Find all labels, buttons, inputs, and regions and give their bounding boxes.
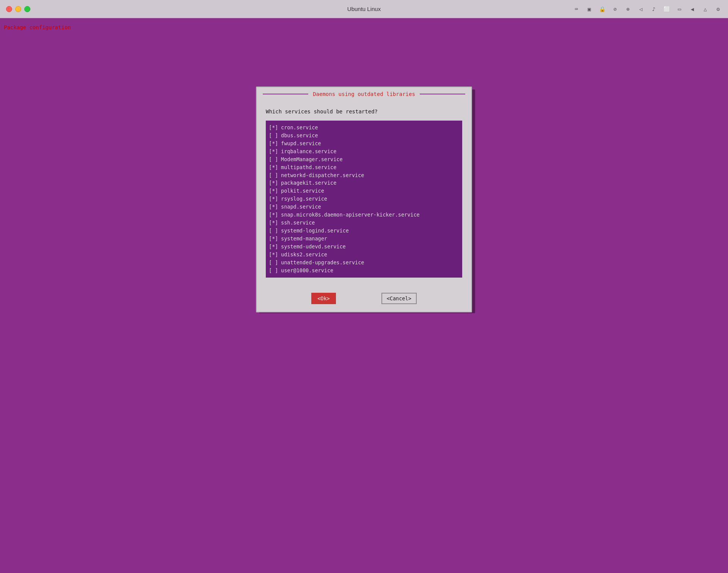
cancel-button[interactable]: <Cancel>	[381, 293, 417, 304]
dialog-box: Daemons using outdated libraries Which s…	[256, 86, 472, 312]
keyboard-icon: ⌨	[573, 5, 580, 13]
service-name: ModemManager.service	[281, 155, 343, 163]
list-item[interactable]: [*]systemd-udevd.service	[269, 243, 459, 251]
service-name: systemd-manager	[281, 235, 327, 243]
service-checkbox[interactable]: [*]	[269, 243, 279, 251]
service-name: user@1000.service	[281, 267, 333, 275]
list-item[interactable]: [*]irqbalance.service	[269, 148, 459, 155]
service-name: rsyslog.service	[281, 195, 327, 203]
service-name: ssh.service	[281, 219, 315, 227]
terminal-area: Package configuration Daemons using outd…	[0, 18, 728, 573]
list-item[interactable]: [*]polkit.service	[269, 187, 459, 195]
service-checkbox[interactable]: [ ]	[269, 227, 279, 235]
window-title: Ubuntu Linux	[347, 6, 381, 12]
ok-button[interactable]: <Ok>	[311, 293, 336, 304]
service-name: systemd-logind.service	[281, 227, 349, 235]
list-item[interactable]: [*]ssh.service	[269, 219, 459, 227]
service-name: systemd-udevd.service	[281, 243, 346, 251]
list-item[interactable]: [*]packagekit.service	[269, 179, 459, 187]
list-item[interactable]: [*]systemd-manager	[269, 235, 459, 243]
service-checkbox[interactable]: [*]	[269, 251, 279, 259]
dialog-title-bar: Daemons using outdated libraries	[257, 87, 471, 101]
service-checkbox[interactable]: [ ]	[269, 171, 279, 179]
print-icon: ⬜	[663, 5, 670, 13]
list-item[interactable]: [ ]ModemManager.service	[269, 155, 459, 163]
list-item[interactable]: [ ]systemd-logind.service	[269, 227, 459, 235]
terminal-top-text: Package configuration	[2, 23, 728, 32]
service-name: unattended-upgrades.service	[281, 259, 364, 267]
list-item[interactable]: [*]rsyslog.service	[269, 195, 459, 203]
display-icon: ▣	[585, 5, 593, 13]
toolbar-icons: ⌨ ▣ 🔒 ⊘ ⊕ ◁ ♪ ⬜ ▭ ◀ △ ⚙	[573, 5, 722, 13]
globe-icon: ⊕	[624, 5, 632, 13]
service-checkbox[interactable]: [*]	[269, 235, 279, 243]
list-item[interactable]: [*]multipathd.service	[269, 163, 459, 171]
camera-icon: ▭	[676, 5, 683, 13]
service-name: cron.service	[281, 124, 318, 132]
service-name: irqbalance.service	[281, 148, 336, 155]
titlebar: Ubuntu Linux ⌨ ▣ 🔒 ⊘ ⊕ ◁ ♪ ⬜ ▭ ◀ △ ⚙	[0, 0, 728, 18]
service-name: snap.microk8s.daemon-apiserver-kicker.se…	[281, 211, 420, 219]
service-checkbox[interactable]: [*]	[269, 187, 279, 195]
play-icon: ◀	[689, 5, 696, 13]
list-item[interactable]: [ ]networkd-dispatcher.service	[269, 171, 459, 179]
service-checkbox[interactable]: [*]	[269, 195, 279, 203]
dialog-overlay: Daemons using outdated libraries Which s…	[256, 86, 472, 312]
maximize-button[interactable]	[24, 6, 30, 12]
dialog-content: Which services should be restarted? [*]c…	[257, 101, 471, 284]
service-name: fwupd.service	[281, 140, 321, 148]
service-checkbox[interactable]: [*]	[269, 179, 279, 187]
lock-icon: 🔒	[598, 5, 606, 13]
mic-icon: ♪	[650, 5, 657, 13]
service-checkbox[interactable]: [*]	[269, 148, 279, 155]
service-name: multipathd.service	[281, 163, 336, 171]
service-checkbox[interactable]: [*]	[269, 140, 279, 148]
service-name: udisks2.service	[281, 251, 327, 259]
list-item[interactable]: [*]cron.service	[269, 124, 459, 132]
list-item[interactable]: [ ]dbus.service	[269, 132, 459, 140]
close-button[interactable]	[6, 6, 12, 12]
service-checkbox[interactable]: [*]	[269, 163, 279, 171]
service-checkbox[interactable]: [ ]	[269, 267, 279, 275]
list-item[interactable]: [*]snap.microk8s.daemon-apiserver-kicker…	[269, 211, 459, 219]
list-item[interactable]: [*]fwupd.service	[269, 140, 459, 148]
service-checkbox[interactable]: [ ]	[269, 259, 279, 267]
settings-icon: ⚙	[714, 5, 722, 13]
minimize-button[interactable]	[15, 6, 21, 12]
window-controls	[6, 6, 30, 12]
service-checkbox[interactable]: [*]	[269, 219, 279, 227]
list-item[interactable]: [ ]unattended-upgrades.service	[269, 259, 459, 267]
service-name: snapd.service	[281, 203, 321, 211]
dialog-title: Daemons using outdated libraries	[308, 91, 420, 97]
dialog-question: Which services should be restarted?	[266, 108, 462, 115]
list-item[interactable]: [ ]user@1000.service	[269, 267, 459, 275]
service-checkbox[interactable]: [ ]	[269, 155, 279, 163]
service-name: networkd-dispatcher.service	[281, 171, 364, 179]
volume-icon: ◁	[637, 5, 645, 13]
warning-icon: △	[701, 5, 709, 13]
service-checkbox[interactable]: [*]	[269, 124, 279, 132]
service-name: dbus.service	[281, 132, 318, 140]
service-checkbox[interactable]: [*]	[269, 203, 279, 211]
no-symbol-icon: ⊘	[611, 5, 619, 13]
service-name: packagekit.service	[281, 179, 336, 187]
service-name: polkit.service	[281, 187, 324, 195]
dialog-buttons: <Ok> <Cancel>	[257, 284, 471, 312]
service-checkbox[interactable]: [*]	[269, 211, 279, 219]
service-checkbox[interactable]: [ ]	[269, 132, 279, 140]
list-item[interactable]: [*]udisks2.service	[269, 251, 459, 259]
services-list[interactable]: [*]cron.service[ ]dbus.service[*]fwupd.s…	[266, 121, 462, 278]
list-item[interactable]: [*]snapd.service	[269, 203, 459, 211]
